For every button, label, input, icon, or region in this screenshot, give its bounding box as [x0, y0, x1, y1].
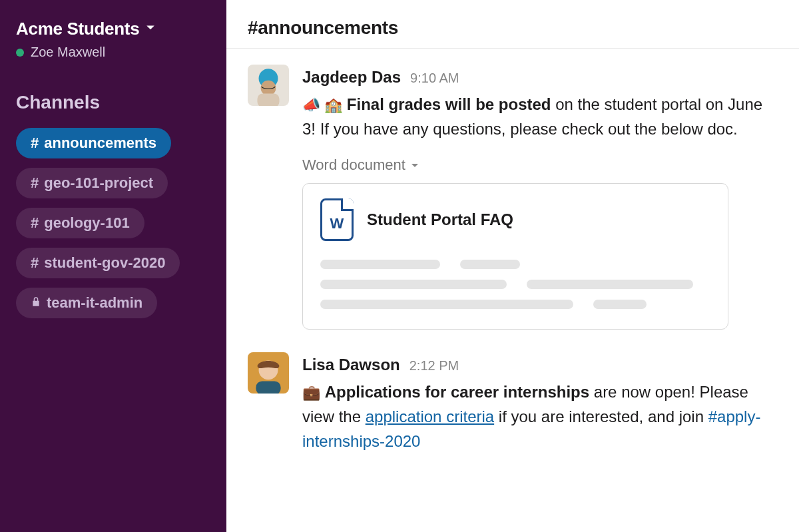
hash-icon: # [31, 214, 39, 232]
channel-label: geology-101 [44, 214, 129, 232]
channel-label: geo-101-project [44, 174, 153, 192]
channel-team-it-admin[interactable]: team-it-admin [16, 288, 157, 318]
attachment-preview-line [320, 300, 710, 309]
lock-icon [31, 294, 41, 312]
svg-rect-3 [257, 93, 279, 106]
chevron-down-icon [146, 23, 155, 35]
attachment-preview-line [320, 280, 710, 289]
channels-section-title: Channels [16, 92, 210, 113]
workspace-switcher[interactable]: Acme Students [16, 19, 210, 39]
channel-announcements[interactable]: # announcements [16, 128, 171, 158]
caret-down-icon [411, 154, 419, 176]
message: Jagdeep Das 9:10 AM 📣 🏫 Final grades wil… [248, 65, 778, 330]
channel-header[interactable]: #announcements [226, 0, 799, 49]
message-author[interactable]: Jagdeep Das [302, 65, 401, 89]
message-list[interactable]: Jagdeep Das 9:10 AM 📣 🏫 Final grades wil… [226, 49, 799, 532]
attachment-preview-line [320, 260, 710, 269]
main-pane: #announcements Jagdeep Das 9:10 AM [226, 0, 799, 532]
current-user-name: Zoe Maxwell [31, 45, 105, 60]
attachment-type-toggle[interactable]: Word document [302, 154, 778, 176]
channel-label: announcements [44, 134, 156, 152]
channel-geology-101[interactable]: # geology-101 [16, 208, 144, 238]
channel-student-gov-2020[interactable]: # student-gov-2020 [16, 248, 180, 278]
message-time: 2:12 PM [409, 356, 459, 376]
message-body: Lisa Dawson 2:12 PM 💼 Applications for c… [302, 352, 778, 454]
channel-list: # announcements # geo-101-project # geol… [16, 128, 210, 318]
presence-active-icon [16, 49, 24, 57]
message: Lisa Dawson 2:12 PM 💼 Applications for c… [248, 352, 778, 454]
application-criteria-link[interactable]: application criteria [366, 407, 494, 425]
current-user[interactable]: Zoe Maxwell [16, 45, 210, 60]
channel-geo-101-project[interactable]: # geo-101-project [16, 168, 168, 198]
avatar[interactable] [248, 65, 289, 106]
svg-rect-6 [256, 381, 280, 394]
avatar[interactable] [248, 352, 289, 394]
message-time: 9:10 AM [410, 68, 459, 89]
message-body: Jagdeep Das 9:10 AM 📣 🏫 Final grades wil… [302, 65, 778, 330]
hash-icon: # [31, 134, 39, 152]
attachment-card[interactable]: W Student Portal FAQ [302, 183, 728, 330]
channel-label: team-it-admin [47, 294, 142, 312]
workspace-name: Acme Students [16, 19, 139, 39]
message-author[interactable]: Lisa Dawson [302, 352, 400, 377]
attachment-title: Student Portal FAQ [367, 207, 513, 232]
hash-icon: # [31, 254, 39, 272]
channel-label: student-gov-2020 [44, 254, 165, 272]
message-text: 📣 🏫 Final grades will be posted on the s… [302, 92, 778, 141]
briefcase-emoji: 💼 [302, 384, 320, 401]
attachment-type-label: Word document [302, 154, 405, 176]
channel-title: #announcements [248, 17, 398, 38]
hash-icon: # [31, 174, 39, 192]
message-bold: Applications for career internships [325, 383, 589, 401]
sidebar: Acme Students Zoe Maxwell Channels # ann… [0, 0, 226, 532]
megaphone-school-emoji: 📣 🏫 [302, 97, 342, 113]
message-bold: Final grades will be posted [347, 95, 551, 113]
message-part: if you are interested, and join [494, 407, 708, 425]
message-text: 💼 Applications for career internships ar… [302, 380, 778, 454]
word-document-icon: W [320, 198, 354, 241]
word-icon-letter: W [330, 212, 344, 235]
